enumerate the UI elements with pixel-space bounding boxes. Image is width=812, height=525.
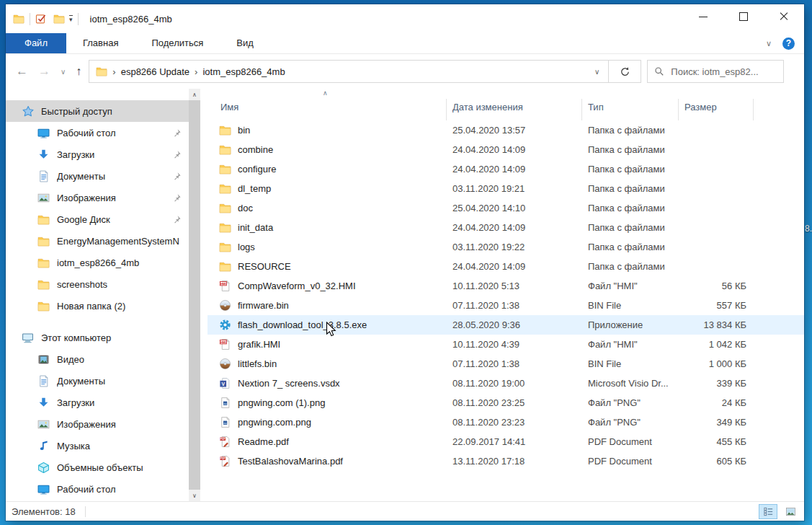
file-date-modified: 07.11.2020 1:38 — [447, 300, 582, 311]
address-bar[interactable]: ›esp8266 Update›iotm_esp8266_4mb ∨ — [89, 60, 609, 83]
status-separator — [85, 506, 86, 517]
png-icon — [219, 397, 231, 409]
back-button[interactable]: ← — [16, 64, 28, 79]
column-header-1[interactable]: Дата изменения — [447, 99, 582, 120]
file-row[interactable]: bin25.04.2020 13:57Папка с файлами — [208, 120, 804, 140]
file-size: 339 КБ — [679, 378, 754, 389]
pin-icon[interactable] — [172, 193, 182, 203]
file-name: TestBalashovaMarina.pdf — [238, 456, 343, 467]
document-icon — [37, 375, 50, 387]
file-date-modified: 24.04.2020 14:09 — [447, 261, 582, 272]
file-row[interactable]: flash_download_tool_3.8.5.exe28.05.2020 … — [208, 315, 804, 335]
breadcrumb-item[interactable]: esp8266 Update — [121, 66, 189, 77]
toolbar-separator — [30, 13, 30, 25]
sidebar-item[interactable]: Изображения — [6, 187, 189, 208]
pin-icon[interactable] — [172, 128, 182, 138]
ribbon-tab-2[interactable]: Поделиться — [135, 33, 220, 53]
search-box[interactable]: Поиск: iotm_esp82... — [647, 60, 784, 83]
view-toggle-buttons — [759, 504, 800, 519]
sidebar-item[interactable]: Музыка — [6, 435, 189, 456]
breadcrumb-separator-icon[interactable]: › — [189, 66, 202, 77]
new-folder-quick-button[interactable] — [53, 13, 65, 25]
file-row[interactable]: dl_temp03.11.2020 19:21Папка с файлами — [208, 179, 804, 198]
scroll-up-icon[interactable]: ∧ — [189, 89, 200, 100]
sidebar-item[interactable]: Рабочий стол — [6, 122, 189, 144]
file-list: ∧ ИмяДата измененияТипРазмер bin25.04.20… — [200, 89, 804, 501]
file-type: Папка с файлами — [582, 222, 679, 233]
file-row[interactable]: combine24.04.2020 14:09Папка с файлами — [208, 140, 804, 159]
ribbon-tab-3[interactable]: Вид — [220, 33, 270, 53]
customize-quick-access-dropdown-icon[interactable]: ▾ — [69, 15, 73, 22]
sidebar-item[interactable]: Google Диск — [6, 208, 189, 230]
collapse-ribbon-icon[interactable]: ∨ — [766, 39, 772, 48]
file-name: littlefs.bin — [238, 358, 277, 369]
file-row[interactable]: pngwing.com.png08.11.2020 23:23Файл "PNG… — [208, 412, 804, 432]
sidebar-item[interactable]: Объемные объекты — [6, 456, 189, 478]
breadcrumb-separator-icon[interactable]: › — [107, 66, 120, 77]
close-button[interactable] — [764, 4, 804, 29]
file-row[interactable]: grafik.HMI10.11.2020 4:39Файл "HMI"1 042… — [208, 335, 804, 354]
scroll-down-icon[interactable]: ∨ — [189, 490, 200, 501]
file-type: Папка с файлами — [582, 261, 679, 272]
maximize-button[interactable] — [723, 4, 764, 29]
file-row[interactable]: littlefs.bin07.11.2020 1:38BIN File1 000… — [208, 354, 804, 374]
sidebar-item[interactable]: EnergyManagementSystemN — [6, 230, 189, 252]
breadcrumb-item[interactable]: iotm_esp8266_4mb — [202, 66, 285, 77]
file-name-cell: bin — [208, 124, 447, 136]
properties-quick-button[interactable] — [35, 13, 47, 25]
sidebar-item[interactable]: screenshots — [6, 273, 189, 295]
file-size: 13 834 КБ — [679, 319, 754, 330]
forward-button[interactable]: → — [38, 64, 50, 79]
pin-icon[interactable] — [172, 172, 182, 181]
file-row[interactable]: pngwing.com (1).png08.11.2020 23:25Файл … — [208, 393, 804, 412]
file-row[interactable]: TestBalashovaMarina.pdf13.11.2020 17:18P… — [208, 451, 804, 471]
sidebar-item[interactable]: iotm_esp8266_4mb — [6, 252, 189, 273]
folder-icon — [219, 221, 231, 234]
ribbon-tab-1[interactable]: Главная — [66, 33, 135, 53]
sidebar-section-0[interactable]: Быстрый доступ — [6, 100, 189, 122]
file-row[interactable]: Readme.pdf22.09.2017 14:41PDF Document45… — [208, 432, 804, 451]
details-view-button[interactable] — [759, 504, 777, 519]
window-title: iotm_esp8266_4mb — [90, 14, 172, 25]
sidebar-item[interactable]: Рабочий стол — [6, 478, 189, 500]
file-row[interactable]: CompWaveform_v0_32.HMI10.11.2020 5:13Фай… — [208, 276, 804, 296]
sidebar-item[interactable]: Документы — [6, 370, 189, 392]
file-name: Nextion 7_ screens.vsdx — [238, 378, 340, 389]
sidebar-section-1[interactable]: Этот компьютер — [6, 327, 189, 348]
sidebar-item[interactable]: Изображения — [6, 413, 189, 435]
folder-icon — [219, 182, 231, 195]
file-row[interactable]: logs03.11.2020 19:22Папка с файлами — [208, 237, 804, 257]
file-row[interactable]: RESOURCE24.04.2020 14:09Папка с файлами — [208, 257, 804, 276]
sidebar-item[interactable]: Документы — [6, 165, 189, 187]
file-row[interactable]: init_data24.04.2020 14:09Папка с файлами — [208, 218, 804, 237]
sidebar-item-label: Загрузки — [57, 149, 165, 160]
ribbon-tab-0[interactable]: Файл — [6, 33, 66, 53]
refresh-button[interactable] — [609, 60, 641, 83]
column-header-3[interactable]: Размер — [679, 99, 754, 120]
file-row[interactable]: firmware.bin07.11.2020 1:38BIN File557 К… — [208, 296, 804, 315]
recent-locations-dropdown-icon[interactable]: ∨ — [61, 68, 66, 76]
help-button[interactable]: ? — [782, 38, 795, 50]
pin-icon[interactable] — [172, 150, 182, 159]
sidebar-item[interactable]: Загрузки — [6, 144, 189, 165]
column-header-2[interactable]: Тип — [582, 99, 679, 120]
file-row[interactable]: Nextion 7_ screens.vsdx08.11.2020 19:00M… — [208, 374, 804, 393]
file-type: BIN File — [582, 300, 679, 311]
column-header-0[interactable]: Имя — [208, 99, 447, 120]
pin-icon[interactable] — [172, 215, 182, 224]
sidebar-item[interactable]: Новая папка (2) — [6, 295, 189, 317]
up-button[interactable]: ↑ — [76, 65, 81, 78]
thumbnail-view-button[interactable] — [781, 504, 800, 519]
file-row[interactable]: doc25.04.2020 14:10Папка с файлами — [208, 198, 804, 218]
file-size: 455 КБ — [679, 436, 754, 447]
sidebar-item[interactable]: Видео — [6, 348, 189, 370]
address-dropdown-icon[interactable]: ∨ — [590, 68, 604, 76]
file-name-cell: RESOURCE — [208, 260, 447, 273]
sidebar-item[interactable]: Загрузки — [6, 392, 189, 413]
sidebar-scrollbar[interactable]: ∧ ∨ — [189, 89, 200, 501]
minimize-button[interactable] — [683, 4, 723, 29]
file-row[interactable]: configure24.04.2020 14:09Папка с файлами — [208, 159, 804, 179]
scrollbar-thumb[interactable] — [189, 100, 200, 490]
title-bar: ▾ iotm_esp8266_4mb — [6, 4, 804, 33]
toolbar-separator — [78, 13, 79, 25]
